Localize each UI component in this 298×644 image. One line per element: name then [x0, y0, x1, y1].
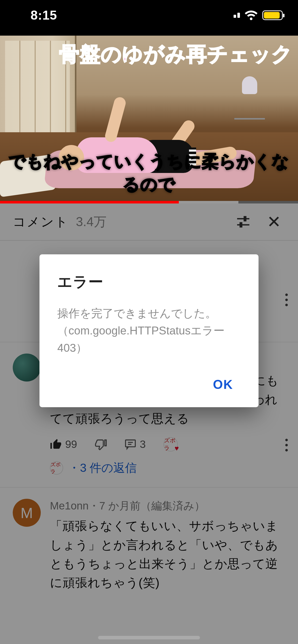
video-overlay-title: 骨盤のゆがみ再チェック	[59, 41, 293, 68]
status-bar: 8:15	[0, 0, 298, 36]
video-progress-bar[interactable]	[0, 201, 298, 203]
home-indicator[interactable]	[98, 636, 200, 639]
dialog-message: 操作を完了できませんでした。（com.google.HTTPStatusエラー4…	[57, 305, 241, 357]
status-icons	[234, 10, 283, 20]
video-player[interactable]: 骨盤のゆがみ再チェック でもねやっていくうちに柔らかくなるので	[0, 36, 298, 203]
ok-button[interactable]: OK	[205, 372, 241, 397]
error-dialog: エラー 操作を完了できませんでした。（com.google.HTTPStatus…	[39, 254, 259, 407]
battery-icon	[262, 10, 283, 20]
cellular-signal-icon	[234, 13, 240, 18]
wifi-icon	[245, 10, 258, 20]
video-subtitle: でもねやっていくうちに柔らかくなるので	[0, 150, 298, 196]
dialog-title: エラー	[57, 272, 241, 292]
status-time: 8:15	[31, 8, 57, 23]
